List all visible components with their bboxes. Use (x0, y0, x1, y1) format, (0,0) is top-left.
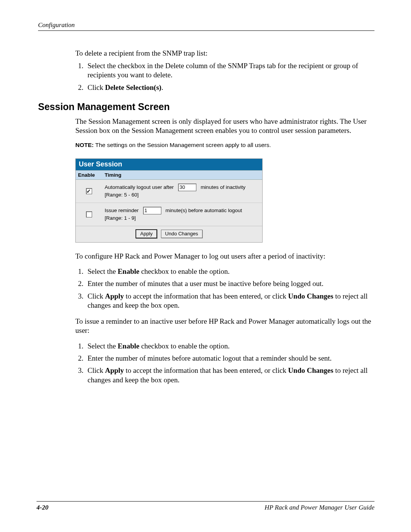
rem-step-1: Select the Enable checkbox to enable the… (85, 342, 374, 351)
auto-logout-minutes-input[interactable]: 30 (178, 184, 196, 191)
rem-step-3: Click Apply to accept the information th… (85, 366, 374, 385)
delete-recipient-steps: Select the checkbox in the Delete column… (75, 61, 374, 92)
col-enable: Enable (76, 170, 102, 179)
reminder-label-pre: Issue reminder (105, 208, 139, 213)
panel-footer: Apply Undo Changes (76, 226, 262, 242)
apply-button[interactable]: Apply (135, 229, 157, 238)
section-heading: Session Management Screen (38, 101, 374, 112)
section-intro-para: The Session Management screen is only di… (75, 117, 374, 136)
auto-logout-label-pre: Automatically logout user after (105, 184, 174, 190)
note-text: The settings on the Session Management s… (94, 142, 271, 148)
header-rule (38, 30, 374, 31)
step-2: Click Delete Selection(s). (85, 83, 374, 92)
panel-title: User Session (76, 159, 262, 170)
reminder-minutes-input[interactable]: 1 (143, 207, 161, 214)
note: NOTE: The settings on the Session Manage… (75, 142, 374, 149)
configure-steps: Select the Enable checkbox to enable the… (75, 267, 374, 310)
cfg-step-3: Click Apply to accept the information th… (85, 292, 374, 310)
rem-step-2: Enter the number of minutes before autom… (85, 354, 374, 363)
cfg-step-1: Select the Enable checkbox to enable the… (85, 267, 374, 276)
enable-auto-logout-checkbox[interactable] (86, 188, 92, 194)
reminder-intro: To issue a reminder to an inactive user … (75, 317, 374, 335)
col-timing: Timing (102, 170, 262, 179)
user-session-panel: User Session Enable Timing Automatically… (75, 158, 263, 243)
undo-changes-button[interactable]: Undo Changes (161, 230, 202, 238)
footer-rule (37, 501, 374, 502)
panel-header-row: Enable Timing (76, 170, 262, 179)
page-footer: 4-20 HP Rack and Power Manager User Guid… (37, 498, 374, 512)
enable-reminder-checkbox[interactable] (86, 211, 92, 217)
guide-title: HP Rack and Power Manager User Guide (264, 504, 374, 511)
row-auto-logout: Automatically logout user after 30 minut… (76, 179, 262, 203)
row-issue-reminder: Issue reminder 1 minute(s) before automa… (76, 203, 262, 226)
note-label: NOTE: (75, 142, 94, 148)
step-1: Select the checkbox in the Delete column… (85, 61, 374, 80)
reminder-steps: Select the Enable checkbox to enable the… (75, 342, 374, 385)
cfg-step-2: Enter the number of minutes that a user … (85, 279, 374, 288)
configure-intro: To configure HP Rack and Power Manager t… (75, 252, 374, 261)
page-number: 4-20 (37, 504, 48, 511)
running-header: Configuration (38, 21, 374, 29)
delete-recipient-intro: To delete a recipient from the SNMP trap… (75, 49, 374, 58)
